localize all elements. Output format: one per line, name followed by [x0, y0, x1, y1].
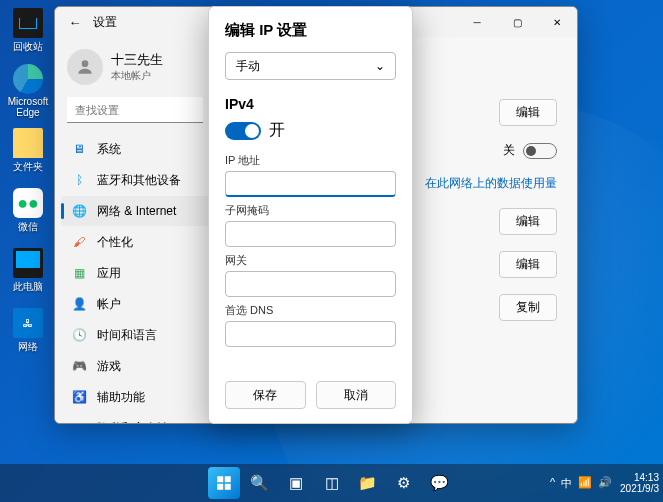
svg-rect-1: [217, 476, 223, 482]
this-pc-icon[interactable]: 此电脑: [4, 244, 52, 298]
sidebar-item-label: 蓝牙和其他设备: [97, 172, 181, 189]
minimize-button[interactable]: ─: [457, 7, 497, 37]
sidebar-item-label: 应用: [97, 265, 121, 282]
edit-button-3[interactable]: 编辑: [499, 251, 557, 278]
network-tray-icon[interactable]: 📶: [578, 476, 592, 491]
edit-button-2[interactable]: 编辑: [499, 208, 557, 235]
cancel-button[interactable]: 取消: [316, 381, 397, 409]
toggle-on-icon: [225, 122, 261, 140]
personalize-icon: 🖌: [71, 234, 87, 250]
user-subtitle: 本地帐户: [111, 69, 163, 83]
gaming-icon: 🎮: [71, 358, 87, 374]
sidebar-item-personalize[interactable]: 🖌个性化: [61, 227, 209, 257]
settings-search-input[interactable]: [67, 97, 203, 123]
toggle-off-label: 关: [503, 142, 515, 159]
user-name: 十三先生: [111, 51, 163, 69]
sidebar-item-label: 个性化: [97, 234, 133, 251]
microsoft-edge-icon[interactable]: Microsoft Edge: [4, 64, 52, 118]
sidebar-item-network[interactable]: 🌐网络 & Internet: [61, 196, 209, 226]
svg-rect-2: [224, 476, 230, 482]
desktop-icon-label: 网络: [18, 340, 38, 354]
dns-input[interactable]: [225, 321, 396, 347]
taskbar-center: 🔍 ▣ ◫ 📁 ⚙ 💬: [208, 467, 456, 499]
subnet-mask-input[interactable]: [225, 221, 396, 247]
sidebar-item-bluetooth[interactable]: ᛒ蓝牙和其他设备: [61, 165, 209, 195]
wechat-icon[interactable]: ●●微信: [4, 184, 52, 238]
time-icon: 🕓: [71, 327, 87, 343]
folder-icon[interactable]: 文件夹: [4, 124, 52, 178]
avatar-icon: [67, 49, 103, 85]
sidebar-item-label: 帐户: [97, 296, 121, 313]
svg-rect-4: [224, 484, 230, 490]
bluetooth-icon: ᛒ: [71, 172, 87, 188]
save-button[interactable]: 保存: [225, 381, 306, 409]
taskbar: 🔍 ▣ ◫ 📁 ⚙ 💬 ^ 中 📶 🔊 14:13 2021/9/3: [0, 464, 663, 502]
data-usage-link[interactable]: 在此网络上的数据使用量: [425, 175, 557, 192]
desktop-icon-label: Microsoft Edge: [4, 96, 52, 118]
search-taskbar-icon[interactable]: 🔍: [244, 467, 276, 499]
select-value: 手动: [236, 58, 260, 75]
settings-sidebar: 十三先生 本地帐户 🖥系统ᛒ蓝牙和其他设备🌐网络 & Internet🖌个性化▦…: [55, 37, 215, 424]
maximize-button[interactable]: ▢: [497, 7, 537, 37]
svg-rect-3: [217, 484, 223, 490]
file-explorer-icon[interactable]: 📁: [352, 467, 384, 499]
dns-label: 首选 DNS: [225, 303, 396, 318]
gateway-label: 网关: [225, 253, 396, 268]
toggle-on-label: 开: [269, 120, 285, 141]
ip-mode-select[interactable]: 手动 ⌄: [225, 52, 396, 80]
dialog-title: 编辑 IP 设置: [225, 21, 396, 40]
desktop-icon-label: 此电脑: [13, 280, 43, 294]
task-view-icon[interactable]: ▣: [280, 467, 312, 499]
ip-address-label: IP 地址: [225, 153, 396, 168]
desktop-icons-column: 回收站 Microsoft Edge 文件夹 ●●微信 此电脑 🖧网络: [4, 4, 54, 364]
taskbar-clock[interactable]: 14:13 2021/9/3: [620, 472, 659, 494]
gateway-input[interactable]: [225, 271, 396, 297]
accounts-icon: 👤: [71, 296, 87, 312]
volume-tray-icon[interactable]: 🔊: [598, 476, 612, 491]
sidebar-item-label: 游戏: [97, 358, 121, 375]
system-icon: 🖥: [71, 141, 87, 157]
toggle-off-icon: [523, 143, 557, 159]
desktop-icon-label: 文件夹: [13, 160, 43, 174]
ip-address-input[interactable]: [225, 171, 396, 197]
desktop-icon-label: 回收站: [13, 40, 43, 54]
user-profile[interactable]: 十三先生 本地帐户: [61, 45, 209, 97]
sidebar-item-label: 网络 & Internet: [97, 203, 176, 220]
close-button[interactable]: ✕: [537, 7, 577, 37]
sidebar-item-gaming[interactable]: 🎮游戏: [61, 351, 209, 381]
edit-button-1[interactable]: 编辑: [499, 99, 557, 126]
sidebar-item-accounts[interactable]: 👤帐户: [61, 289, 209, 319]
sidebar-item-label: 时间和语言: [97, 327, 157, 344]
sidebar-item-label: 隐私和安全性: [97, 420, 169, 425]
sidebar-item-time[interactable]: 🕓时间和语言: [61, 320, 209, 350]
start-button[interactable]: [208, 467, 240, 499]
window-title: 设置: [93, 14, 117, 31]
back-button[interactable]: ←: [63, 15, 87, 30]
network-icon: 🌐: [71, 203, 87, 219]
metered-toggle[interactable]: 关: [503, 142, 557, 159]
ipv4-toggle[interactable]: 开: [225, 120, 396, 141]
apps-icon: ▦: [71, 265, 87, 281]
wechat-taskbar-icon[interactable]: 💬: [424, 467, 456, 499]
edit-ip-settings-dialog: 编辑 IP 设置 手动 ⌄ IPv4 开 IP 地址 子网掩码 网关 首选 DN…: [208, 6, 413, 424]
chevron-down-icon: ⌄: [375, 59, 385, 73]
ime-indicator[interactable]: 中: [561, 476, 572, 491]
desktop-icon-label: 微信: [18, 220, 38, 234]
copy-button[interactable]: 复制: [499, 294, 557, 321]
clock-time: 14:13: [620, 472, 659, 483]
sidebar-item-privacy[interactable]: 🛡隐私和安全性: [61, 413, 209, 424]
sidebar-item-access[interactable]: ♿辅助功能: [61, 382, 209, 412]
settings-taskbar-icon[interactable]: ⚙: [388, 467, 420, 499]
sidebar-item-label: 辅助功能: [97, 389, 145, 406]
sidebar-item-system[interactable]: 🖥系统: [61, 134, 209, 164]
ipv4-heading: IPv4: [225, 96, 396, 112]
clock-date: 2021/9/3: [620, 483, 659, 494]
widgets-icon[interactable]: ◫: [316, 467, 348, 499]
subnet-mask-label: 子网掩码: [225, 203, 396, 218]
tray-chevron-icon[interactable]: ^: [550, 476, 555, 491]
privacy-icon: 🛡: [71, 420, 87, 424]
network-desktop-icon[interactable]: 🖧网络: [4, 304, 52, 358]
access-icon: ♿: [71, 389, 87, 405]
recycle-bin-icon[interactable]: 回收站: [4, 4, 52, 58]
sidebar-item-apps[interactable]: ▦应用: [61, 258, 209, 288]
